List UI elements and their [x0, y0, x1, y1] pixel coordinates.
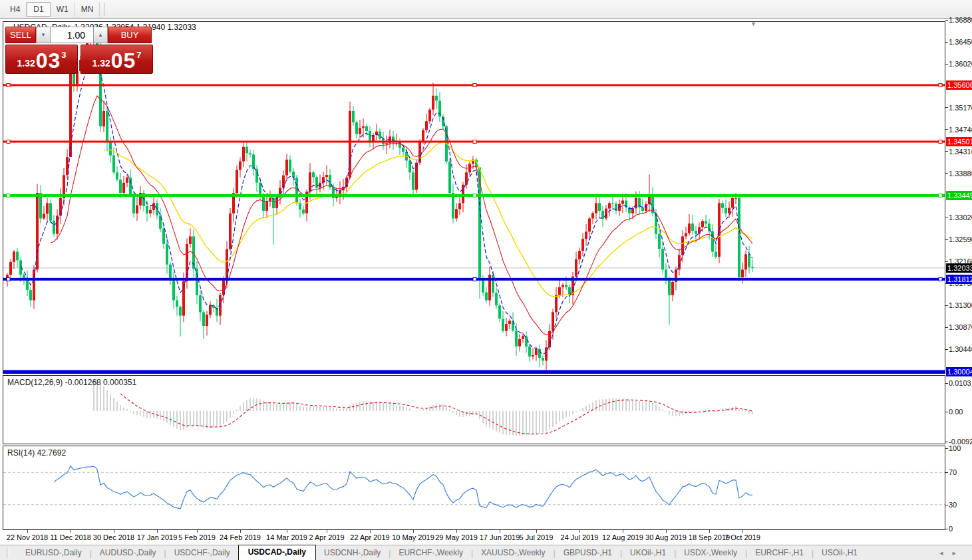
- price-axis-tick: [945, 349, 948, 350]
- timeframe-toolbar: H4D1W1MN: [0, 0, 972, 19]
- timeframe-button-d1[interactable]: D1: [27, 2, 50, 17]
- date-axis-label: 11 Dec 2018: [50, 533, 91, 541]
- date-axis-label: 17 Jan 2019: [137, 533, 178, 541]
- price-axis-badge: 1.32033: [946, 263, 972, 273]
- tab-usdcad-daily[interactable]: USDCAD-,Daily: [238, 545, 316, 560]
- sell-price-sup: 3: [61, 50, 66, 60]
- date-axis-label: 7 Oct 2019: [725, 533, 760, 541]
- price-axis-tick: [945, 217, 948, 217]
- price-axis-tick: [945, 261, 948, 262]
- horizontal-level-line[interactable]: [3, 370, 945, 373]
- price-axis-label: 1.34310: [949, 148, 972, 156]
- date-axis-label: 30 Dec 2018: [93, 533, 134, 541]
- date-axis-label: 22 Apr 2019: [350, 533, 389, 541]
- buy-button[interactable]: BUY: [108, 27, 152, 43]
- tab-scroll-arrows[interactable]: ◂▸: [939, 549, 965, 557]
- date-axis-label: 29 May 2019: [435, 533, 478, 541]
- price-axis-badge: 1.33449: [946, 191, 972, 200]
- date-axis-label: 10 May 2019: [392, 533, 434, 541]
- date-axis-tick: [413, 530, 414, 533]
- price-axis-badge: 1.30004: [946, 367, 972, 376]
- tab-xauusd-weekly[interactable]: XAUUSD-,Weekly: [473, 546, 553, 560]
- date-axis-tick: [742, 530, 743, 533]
- price-axis-tick: [945, 239, 948, 240]
- price-axis-tick: [945, 64, 948, 65]
- volume-input[interactable]: 1.00: [51, 27, 93, 43]
- price-axis-label: 1.32590: [949, 235, 972, 243]
- tab-scroll-right-icon[interactable]: ▸: [952, 549, 965, 557]
- macd-axis-label: 0.00: [949, 408, 963, 416]
- tab-usdcnh-daily[interactable]: USDCNH-,Daily: [316, 546, 389, 560]
- date-axis-tick: [157, 530, 158, 533]
- rsi-indicator-panel[interactable]: RSI(14) 42.7692: [3, 446, 945, 530]
- macd-axis-label: 0.010311: [949, 379, 972, 387]
- timeframe-button-w1[interactable]: W1: [51, 2, 75, 17]
- date-axis-label: 24 Feb 2019: [220, 533, 261, 541]
- date-axis-tick: [27, 530, 28, 533]
- date-axis-label: 2 Apr 2019: [309, 533, 344, 541]
- price-axis-tick: [945, 151, 948, 152]
- date-axis-label: 5 Feb 2019: [178, 533, 216, 541]
- date-axis-tick: [71, 530, 71, 533]
- macd-axis-tick: [945, 442, 948, 442]
- sell-price-small: 1.32: [17, 58, 35, 69]
- rsi-axis-label: 0: [949, 525, 953, 533]
- price-axis-label: 1.34740: [949, 126, 972, 134]
- price-axis: 1.368801.364501.360201.351701.347401.343…: [945, 19, 972, 545]
- sell-price-quote[interactable]: 1.32033: [5, 45, 78, 74]
- timeframe-button-h4[interactable]: H4: [4, 2, 27, 17]
- date-axis-label: 22 Nov 2018: [7, 533, 48, 541]
- price-axis-badge: 1.34501: [946, 137, 972, 146]
- tab-eurchf-h1[interactable]: EURCHF-,H1: [747, 546, 812, 560]
- date-axis-tick: [327, 530, 327, 533]
- macd-label: MACD(12,26,9) -0.001268 0.000351: [7, 378, 136, 387]
- date-axis-tick: [709, 530, 710, 533]
- chart-shift-marker-icon[interactable]: ▼: [750, 21, 756, 27]
- buy-price-quote[interactable]: 1.32057: [81, 45, 153, 74]
- price-axis-badge: 1.35606: [946, 80, 972, 90]
- macd-indicator-panel[interactable]: MACD(12,26,9) -0.001268 0.000351: [3, 375, 945, 444]
- price-axis-label: 1.36450: [949, 38, 972, 46]
- tab-eurusd-daily[interactable]: EURUSD-,Daily: [17, 546, 90, 560]
- price-axis-tick: [945, 20, 948, 21]
- price-axis-label: 1.33880: [949, 170, 972, 178]
- rsi-label: RSI(14) 42.7692: [7, 448, 66, 458]
- tabbar-gripper[interactable]: [7, 547, 9, 558]
- rsi-axis-tick: [945, 472, 948, 473]
- rsi-axis-label: 70: [949, 468, 957, 476]
- tab-gbpusd-h1[interactable]: GBPUSD-,H1: [556, 546, 620, 560]
- rsi-axis-tick: [945, 529, 948, 529]
- price-axis-label: 1.30440: [949, 345, 972, 353]
- rsi-axis-tick: [945, 448, 948, 449]
- price-chart-panel[interactable]: [3, 21, 945, 374]
- tab-audusd-daily[interactable]: AUDUSD-,Daily: [92, 546, 164, 560]
- price-axis-label: 1.36880: [949, 16, 972, 24]
- tab-usdx-weekly[interactable]: USDX-,Weekly: [676, 546, 745, 560]
- date-axis-tick: [623, 530, 623, 533]
- date-axis-tick: [579, 530, 580, 533]
- tab-eurchf-weekly[interactable]: EURCHF-,Weekly: [391, 546, 470, 560]
- price-axis-tick: [945, 327, 948, 328]
- one-click-trading-panel: SELL ▼ 1.00 ▲ BUY 1.32033 1.32057: [5, 27, 153, 74]
- chart-window: ▲USDCAD-,Daily 1.32036 1.32054 1.31940 1…: [0, 19, 972, 545]
- tab-ukoil-h1[interactable]: UKOil-,H1: [622, 546, 674, 560]
- buy-price-sup: 7: [136, 50, 141, 60]
- buy-price-small: 1.32: [92, 58, 110, 69]
- price-axis-tick: [945, 42, 948, 43]
- date-axis-label: 24 Jul 2019: [561, 533, 599, 541]
- tab-usoil-h1[interactable]: USOil-,H1: [814, 546, 866, 560]
- tab-usdchf-daily[interactable]: USDCHF-,Daily: [166, 546, 238, 560]
- date-axis-tick: [666, 530, 667, 533]
- volume-decrease-button[interactable]: ▼: [36, 27, 51, 43]
- date-axis-label: 5 Jul 2019: [520, 533, 554, 541]
- price-axis-label: 1.31300: [949, 301, 972, 309]
- timeframe-button-mn[interactable]: MN: [75, 2, 100, 17]
- date-axis-label: 17 Jun 2019: [480, 533, 520, 541]
- tab-scroll-left-icon[interactable]: ◂: [939, 549, 953, 557]
- price-axis-tick: [945, 129, 948, 130]
- macd-axis-tick: [945, 412, 948, 412]
- volume-increase-button[interactable]: ▲: [93, 27, 108, 43]
- sell-button[interactable]: SELL: [5, 27, 36, 43]
- chevron-down-icon: ▼: [41, 32, 46, 38]
- toolbar-separator: [104, 3, 104, 16]
